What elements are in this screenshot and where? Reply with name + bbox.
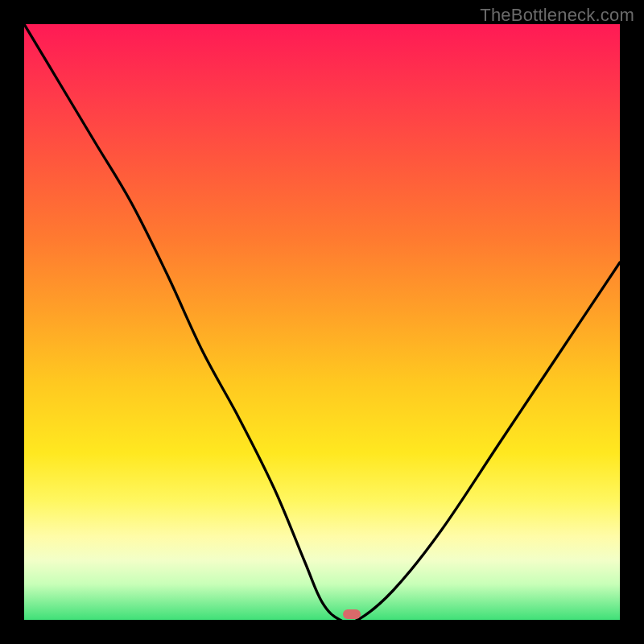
chart-frame: TheBottleneck.com [0,0,644,644]
optimal-point-marker [343,609,361,619]
watermark-text: TheBottleneck.com [480,5,634,26]
plot-area [24,24,620,620]
bottleneck-curve [24,24,620,620]
